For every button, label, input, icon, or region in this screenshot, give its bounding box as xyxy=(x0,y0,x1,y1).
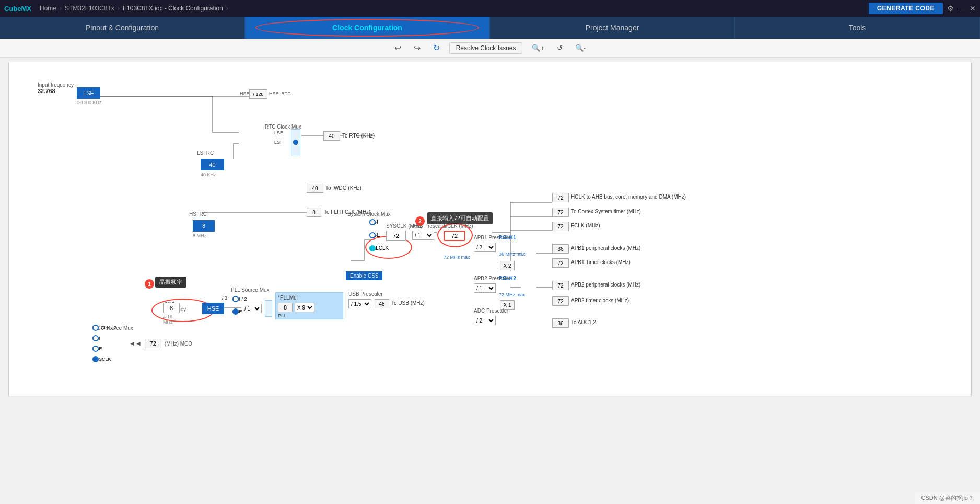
mco-val-block: 72 xyxy=(145,339,161,348)
zoom-out-button[interactable]: 🔍- xyxy=(572,42,589,54)
annotation-2-bubble: 直接输入72可自动配置 xyxy=(427,212,493,224)
annotation-1-bubble: 晶振频率 xyxy=(155,277,186,288)
x2-block[interactable]: X 2 xyxy=(500,261,515,270)
resolve-clock-button[interactable]: Resolve Clock Issues xyxy=(449,42,523,54)
minimize-icon[interactable]: — xyxy=(958,4,965,13)
usb-val-block: 48 xyxy=(375,299,389,308)
adc-prescaler-select[interactable]: / 2 xyxy=(474,316,496,325)
generate-code-button[interactable]: GENERATE CODE xyxy=(869,3,943,14)
undo-button[interactable]: ↩ xyxy=(391,41,404,55)
hse-input-area: Input frequency 4-16 MHz xyxy=(163,301,180,313)
flit-val-block[interactable]: 8 xyxy=(307,208,321,217)
statusbar: CSDN @菜的抠jio？ xyxy=(915,492,980,504)
breadcrumb-device[interactable]: STM32F103C8Tx xyxy=(65,5,114,12)
tab-project[interactable]: Project Manager xyxy=(490,17,735,39)
pll-hse-radio[interactable] xyxy=(232,308,239,315)
pll-block: *PLLMul 8 X 9 PLL xyxy=(275,292,343,319)
annotation-2-circle: 2 xyxy=(415,216,425,226)
breadcrumb-file: F103C8TX.ioc - Clock Configuration xyxy=(123,5,223,12)
hse-radio[interactable] xyxy=(369,232,376,238)
tab-tools[interactable]: Tools xyxy=(735,17,980,39)
tab-clock[interactable]: Clock Configuration xyxy=(245,17,490,39)
redo-button[interactable]: ↪ xyxy=(411,41,424,55)
navtabs: Pinout & Configuration Clock Configurati… xyxy=(0,17,980,39)
output-5-val: 72 xyxy=(552,281,569,290)
annotation-1-circle: 1 xyxy=(145,279,154,289)
output-6-val: 72 xyxy=(552,296,569,306)
toolbar: ↩ ↪ ↻ Resolve Clock Issues 🔍+ ↺ 🔍- xyxy=(0,39,980,58)
clock-diagram: Input frequency 32.768 LSE 0-1000 KHz LS… xyxy=(8,62,972,396)
rtc-mux-box[interactable] xyxy=(291,129,300,155)
enable-css-button[interactable]: Enable CSS xyxy=(346,271,382,280)
ahb-prescaler-select[interactable]: / 1 xyxy=(412,231,434,240)
sys-clock-mux-label: System Clock Mux xyxy=(347,211,391,217)
hsi-radio[interactable] xyxy=(369,219,376,225)
refresh-button[interactable]: ↻ xyxy=(430,41,443,55)
hse-div128-block[interactable]: / 128 xyxy=(249,89,267,99)
zoom-reset-button[interactable]: ↺ xyxy=(554,42,566,54)
lsi-rc-block[interactable]: 40 xyxy=(201,159,224,170)
output-4-val: 72 xyxy=(552,258,569,268)
hse-block[interactable]: HSE xyxy=(202,303,224,314)
app-logo: CubeMX xyxy=(4,5,31,13)
zoom-in-button[interactable]: 🔍+ xyxy=(529,42,547,54)
pllmul-val-block[interactable]: 8 xyxy=(278,303,293,312)
topbar: CubeMX Home › STM32F103C8Tx › F103C8TX.i… xyxy=(0,0,980,17)
sysclk-input[interactable] xyxy=(386,231,406,241)
pll-mux-box[interactable] xyxy=(265,300,272,317)
apb1-prescaler-select[interactable]: / 2 xyxy=(474,243,496,252)
output-7-val: 36 xyxy=(552,318,569,328)
lsi-rc-label: LSI RC xyxy=(197,150,214,156)
pll-hsi-radio[interactable] xyxy=(232,296,239,302)
settings-icon[interactable]: ⚙ xyxy=(947,4,954,13)
breadcrumb-home[interactable]: Home xyxy=(40,5,56,12)
mco-area: MCO source Mux PLLCLK / 2 HSI HSE xyxy=(92,325,192,362)
usb-prescaler-select[interactable]: / 1.5 xyxy=(348,299,371,308)
tab-pinout[interactable]: Pinout & Configuration xyxy=(0,17,245,39)
output-0-val: 72 xyxy=(552,193,569,202)
pll-source-mux-label: PLL Source Mux xyxy=(231,287,270,293)
pllclk-radio[interactable] xyxy=(369,245,376,251)
lse-input-freq-label: Input frequency 32.768 xyxy=(38,82,74,94)
to-rtc-val-block[interactable]: 40 xyxy=(323,131,340,141)
hse-freq-input[interactable] xyxy=(163,303,180,313)
hclk-input[interactable] xyxy=(444,231,465,241)
pllmul-select[interactable]: X 9 xyxy=(295,303,314,312)
output-2-val: 72 xyxy=(552,222,569,231)
hsi-rc-block[interactable]: 8 xyxy=(193,220,215,232)
apb2-prescaler-select[interactable]: / 1 xyxy=(474,283,496,293)
pll-div1-select[interactable]: / 1 xyxy=(242,304,262,313)
breadcrumb: Home › STM32F103C8Tx › F103C8TX.ioc - Cl… xyxy=(40,5,869,12)
hsi-rc-label: HSI RC xyxy=(189,211,207,217)
lse-block[interactable]: LSE xyxy=(77,87,100,99)
to-iwdg-val-block[interactable]: 40 xyxy=(307,184,323,193)
close-icon[interactable]: ✕ xyxy=(970,4,976,13)
output-3-val: 36 xyxy=(552,244,569,254)
output-1-val: 72 xyxy=(552,208,569,217)
